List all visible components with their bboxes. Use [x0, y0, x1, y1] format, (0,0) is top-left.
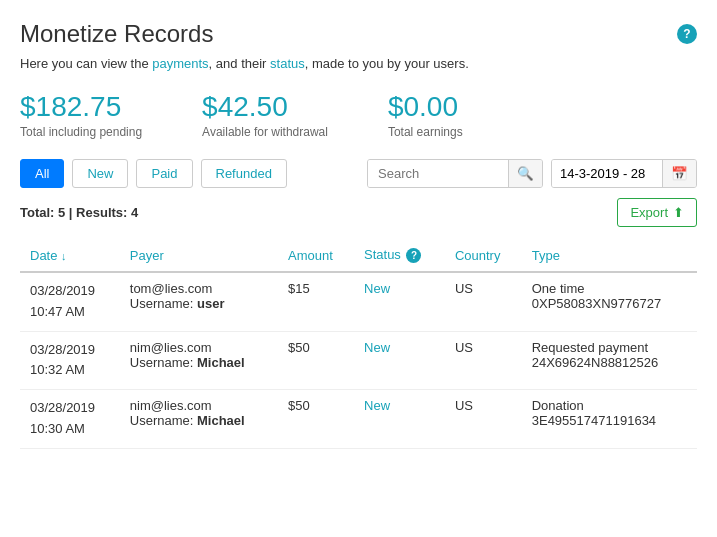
col-header-payer[interactable]: Payer [120, 239, 278, 272]
cell-country-1: US [445, 331, 522, 390]
total-earnings-amount: $0.00 [388, 91, 463, 123]
search-button[interactable]: 🔍 [508, 160, 542, 187]
col-header-type[interactable]: Type [522, 239, 697, 272]
cell-payer-1: nim@lies.comUsername: Michael [120, 331, 278, 390]
cell-date-2: 03/28/201910:30 AM [20, 390, 120, 449]
cell-amount-1: $50 [278, 331, 354, 390]
cell-status-0: New [354, 272, 445, 331]
col-header-date[interactable]: Date ↓ [20, 239, 120, 272]
available-withdrawal-amount: $42.50 [202, 91, 328, 123]
table-row: 03/28/201910:32 AM nim@lies.comUsername:… [20, 331, 697, 390]
export-label: Export [630, 205, 668, 220]
table-row: 03/28/201910:30 AM nim@lies.comUsername:… [20, 390, 697, 449]
export-button[interactable]: Export ⬆ [617, 198, 697, 227]
total-earnings-label: Total earnings [388, 125, 463, 139]
cell-date-0: 03/28/201910:47 AM [20, 272, 120, 331]
filter-row: All New Paid Refunded 🔍 📅 [20, 159, 697, 188]
stat-available-withdrawal: $42.50 Available for withdrawal [202, 91, 328, 139]
table-row: 03/28/201910:47 AM tom@lies.comUsername:… [20, 272, 697, 331]
col-header-country[interactable]: Country [445, 239, 522, 272]
col-header-amount[interactable]: Amount [278, 239, 354, 272]
cell-payer-0: tom@lies.comUsername: user [120, 272, 278, 331]
results-row: Total: 5 | Results: 4 Export ⬆ [20, 198, 697, 227]
search-box: 🔍 [367, 159, 543, 188]
available-withdrawal-label: Available for withdrawal [202, 125, 328, 139]
stats-row: $182.75 Total including pending $42.50 A… [20, 91, 697, 139]
tab-all[interactable]: All [20, 159, 64, 188]
records-table: Date ↓ Payer Amount Status ? Country Typ… [20, 239, 697, 449]
cell-country-2: US [445, 390, 522, 449]
stat-total-earnings: $0.00 Total earnings [388, 91, 463, 139]
page-subtitle: Here you can view the payments, and thei… [20, 56, 697, 71]
cell-type-0: One time0XP58083XN9776727 [522, 272, 697, 331]
tab-new[interactable]: New [72, 159, 128, 188]
cell-payer-2: nim@lies.comUsername: Michael [120, 390, 278, 449]
cell-amount-0: $15 [278, 272, 354, 331]
cell-type-2: Donation3E495517471191634 [522, 390, 697, 449]
tab-refunded[interactable]: Refunded [201, 159, 287, 188]
calendar-icon[interactable]: 📅 [662, 160, 696, 187]
stat-total-pending: $182.75 Total including pending [20, 91, 142, 139]
cell-status-1: New [354, 331, 445, 390]
export-icon: ⬆ [673, 205, 684, 220]
tab-paid[interactable]: Paid [136, 159, 192, 188]
help-icon[interactable]: ? [677, 24, 697, 44]
cell-status-2: New [354, 390, 445, 449]
cell-country-0: US [445, 272, 522, 331]
total-pending-label: Total including pending [20, 125, 142, 139]
cell-date-1: 03/28/201910:32 AM [20, 331, 120, 390]
col-header-status[interactable]: Status ? [354, 239, 445, 272]
results-count: Total: 5 | Results: 4 [20, 205, 138, 220]
date-range-input[interactable] [552, 160, 662, 187]
cell-type-1: Requested payment24X69624N88812526 [522, 331, 697, 390]
total-pending-amount: $182.75 [20, 91, 142, 123]
cell-amount-2: $50 [278, 390, 354, 449]
date-range: 📅 [551, 159, 697, 188]
search-input[interactable] [368, 160, 508, 187]
page-title: Monetize Records [20, 20, 213, 48]
